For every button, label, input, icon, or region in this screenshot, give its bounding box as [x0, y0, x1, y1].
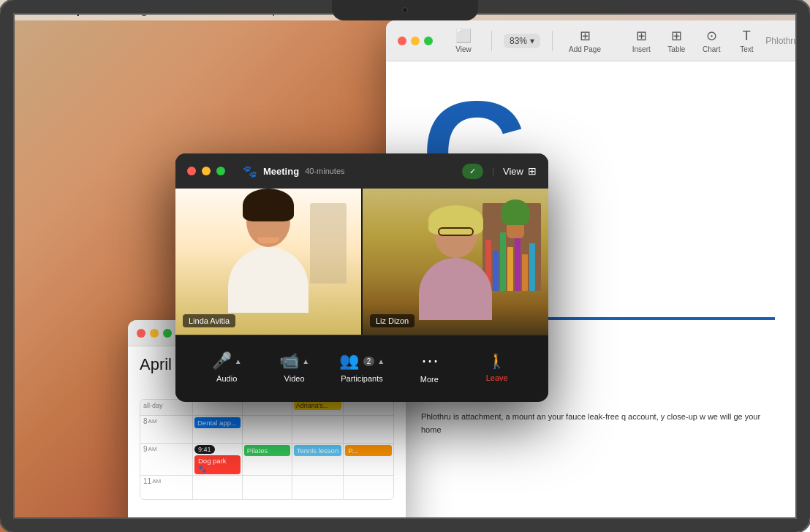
participants-caret: ▲	[377, 357, 385, 365]
more-control-button[interactable]: ⋯ More	[406, 351, 453, 384]
pages-table-btn[interactable]: ⊞ Table	[660, 25, 692, 56]
pilates-event[interactable]: Pilates	[244, 445, 290, 456]
time-label-11am: 11 AM	[140, 476, 193, 499]
zoom-meeting-info: 🐾 Meeting 40-minutes	[243, 164, 345, 178]
insert-icon: ⊞	[636, 28, 647, 44]
cal-11am-thu	[344, 476, 393, 499]
video-label: Video	[284, 374, 305, 383]
toolbar-divider-1	[491, 31, 492, 51]
menu-app-name[interactable]: Zoom Workplace	[25, 5, 102, 16]
audio-icon-wrap: 🎤 ▲	[212, 352, 242, 370]
zoom-view-button[interactable]: View ⊞	[503, 165, 537, 177]
camera-dot-green	[790, 6, 798, 15]
audio-control-button[interactable]: 🎤 ▲ Audio	[203, 352, 250, 383]
more-label: More	[420, 375, 439, 384]
zoom-maximize-button[interactable]	[216, 167, 225, 175]
dental-event[interactable]: Dental app...	[194, 417, 241, 428]
book-4	[507, 247, 513, 291]
dog-park-event[interactable]: Dog park 🐾	[194, 455, 241, 474]
menu-view[interactable]: View	[157, 5, 178, 16]
linda-smile	[257, 238, 279, 243]
participants-control-button[interactable]: 👥 2 ▲ Participants	[338, 352, 385, 383]
calendar-allday-wed: Adriana's...	[292, 400, 344, 416]
calendar-allday-label: all-day	[140, 400, 193, 416]
calendar-grid-body: all-day Adriana's... 8 AM Dental app... …	[140, 399, 394, 500]
zoom-minimize-button[interactable]	[202, 167, 211, 175]
pages-maximize-button[interactable]	[424, 37, 433, 45]
zoom-security-button[interactable]: ✓	[462, 164, 483, 179]
plant-leaves	[501, 200, 530, 225]
book-7	[529, 243, 535, 291]
participants-label: Participants	[341, 374, 382, 383]
camera-dot-dark	[778, 6, 787, 15]
calendar-close-button[interactable]	[137, 329, 145, 338]
view-label: View	[455, 45, 472, 53]
linda-head	[243, 189, 294, 247]
thu-event[interactable]: P...	[345, 445, 392, 456]
video-icon-wrap: 📹 ▲	[279, 352, 309, 370]
zoom-close-button[interactable]	[187, 167, 196, 175]
zoom-time-badge: 40-minutes	[305, 167, 344, 175]
cal-11am-mon	[193, 476, 243, 499]
sidebar-icon: ⬜	[455, 28, 472, 44]
menu-meeting[interactable]: Meeting	[113, 5, 146, 16]
cal-11am-wed	[292, 476, 344, 499]
cal-8am-wed	[292, 416, 344, 444]
tennis-event[interactable]: Tennis lesson	[294, 445, 342, 456]
menu-window[interactable]: Window	[214, 5, 248, 16]
video-camera-icon: 📹	[279, 352, 299, 370]
pages-minimize-button[interactable]	[411, 37, 420, 45]
cal-9am-thu: P...	[344, 444, 393, 476]
camera-status-area	[778, 6, 798, 15]
pages-add-page-btn[interactable]: ⊞ Add Page	[564, 25, 605, 56]
video-cell-linda: Linda Avitia	[175, 189, 361, 335]
apple-menu-icon[interactable]: 	[9, 4, 13, 17]
pages-text-btn[interactable]: T Text	[730, 26, 762, 56]
leave-control-button[interactable]: 🚶 Leave	[474, 352, 521, 382]
grid-view-icon: ⊞	[528, 165, 537, 177]
video-control-button[interactable]: 📹 ▲ Video	[271, 352, 318, 383]
audio-label: Audio	[216, 374, 237, 383]
zoom-meeting-title: Meeting	[263, 166, 299, 177]
pages-toolbar: ⬜ View 83% ▾ ⊞ Add Page ⊞ Insert ⊞ Table…	[386, 20, 810, 61]
leave-icon: 🚶	[488, 352, 506, 370]
zoom-right-controls: ✓ | View ⊞	[462, 164, 537, 179]
zoom-value: 83%	[510, 36, 527, 46]
linda-figure	[217, 189, 319, 313]
linda-room-background	[175, 189, 361, 335]
menu-help[interactable]: Help	[258, 5, 278, 16]
calendar-minimize-button[interactable]	[150, 329, 159, 338]
pages-close-button[interactable]	[398, 37, 406, 45]
pages-doc-title: Phlothru	[765, 36, 798, 46]
menu-edit[interactable]: Edit	[188, 5, 204, 16]
cal-9am-tue: Pilates	[243, 444, 292, 476]
table-label: Table	[667, 45, 685, 53]
linda-name-tag: Linda Avitia	[183, 314, 235, 327]
toolbar-divider-2	[552, 31, 553, 51]
linda-door	[310, 203, 347, 284]
liz-head	[432, 205, 480, 258]
time-label-9am: 9 AM	[140, 444, 193, 476]
shield-check-icon: ✓	[469, 167, 476, 176]
zoom-controls-bar: 🎤 ▲ Audio 📹 ▲ Video 👥 2 ▲ Participants	[175, 335, 548, 399]
leave-label: Leave	[486, 373, 508, 382]
pages-zoom-control[interactable]: 83% ▾	[504, 34, 540, 48]
calendar-maximize-button[interactable]	[163, 329, 172, 338]
zoom-view-label: View	[503, 166, 523, 177]
book-5	[515, 236, 521, 291]
pages-insert-btn[interactable]: ⊞ Insert	[625, 25, 657, 56]
zoom-chevron: ▾	[530, 36, 534, 46]
calendar-allday-tue	[243, 400, 292, 416]
cal-8am-thu	[344, 416, 393, 444]
participants-icon-wrap: 👥 2 ▲	[339, 352, 385, 370]
add-page-icon: ⊞	[580, 28, 591, 44]
pages-chart-btn[interactable]: ⊙ Chart	[695, 25, 727, 56]
adriana-event[interactable]: Adriana's...	[294, 401, 342, 410]
audio-caret: ▲	[235, 357, 242, 365]
pages-view-btn[interactable]: ⬜ View	[447, 25, 480, 56]
zoom-video-grid: Linda Avitia	[175, 189, 548, 335]
cal-8am-mon: Dental app...	[193, 416, 243, 444]
book-6	[522, 254, 528, 291]
zoom-meeting-window: 🐾 Meeting 40-minutes ✓ | View ⊞	[175, 153, 548, 402]
liz-figure	[408, 205, 503, 320]
